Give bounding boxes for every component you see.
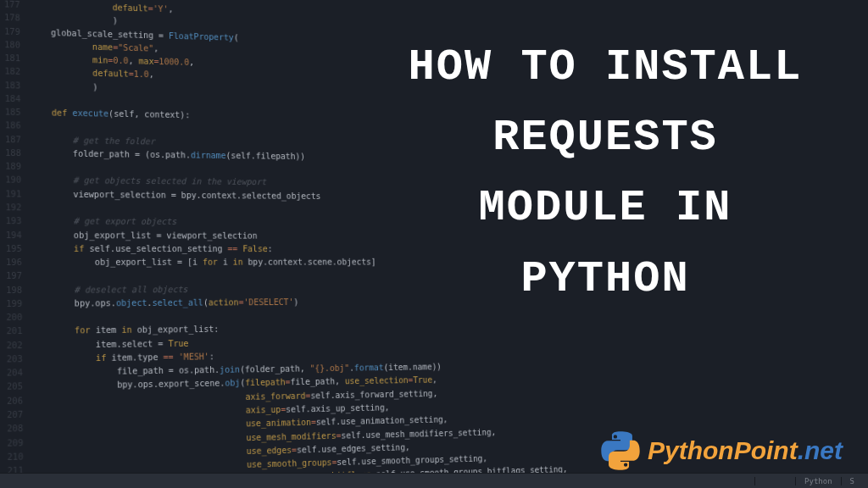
- title-line: PYTHON: [376, 244, 834, 314]
- editor-status-bar: Python S: [0, 473, 868, 488]
- status-indicator: S: [841, 477, 863, 485]
- status-spacer: [754, 477, 795, 485]
- brand-text-tld: .net: [798, 436, 843, 464]
- title-line: REQUESTS: [376, 103, 834, 173]
- brand-text-main: PythonPoint: [648, 436, 798, 464]
- title-line: MODULE IN: [376, 173, 834, 243]
- headline-title: HOW TO INSTALL REQUESTS MODULE IN PYTHON: [376, 32, 834, 314]
- title-line: HOW TO INSTALL: [376, 32, 834, 103]
- python-logo-icon: [600, 430, 641, 471]
- site-branding: PythonPoint.net: [600, 430, 843, 471]
- brand-text: PythonPoint.net: [648, 436, 843, 465]
- status-language: Python: [795, 477, 841, 485]
